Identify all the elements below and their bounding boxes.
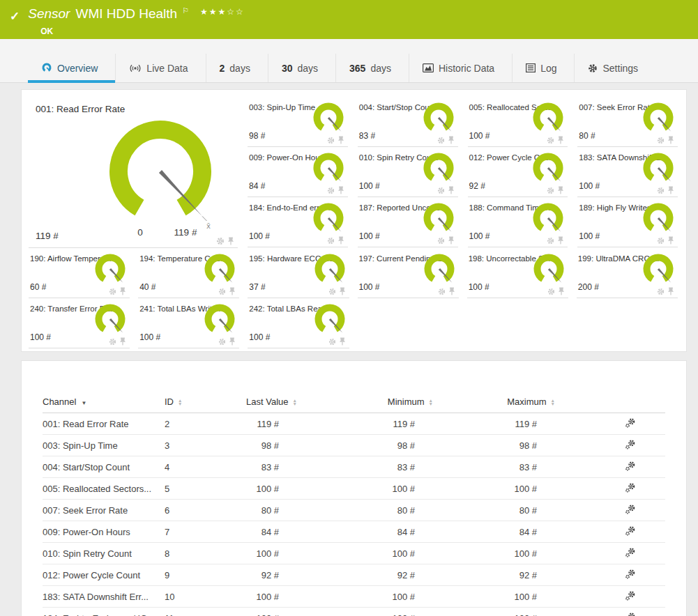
gear-icon[interactable] [328, 288, 336, 295]
pin-icon[interactable] [119, 337, 126, 346]
edit-channel-icon[interactable] [625, 590, 636, 601]
gear-icon[interactable] [218, 288, 226, 295]
edit-channel-icon[interactable] [625, 439, 636, 450]
pin-icon[interactable] [337, 236, 344, 245]
pin-icon[interactable] [448, 287, 455, 295]
pin-icon[interactable] [667, 186, 674, 194]
gear-icon[interactable] [109, 288, 116, 295]
pin-icon[interactable] [339, 287, 346, 295]
gear-icon[interactable] [657, 288, 665, 295]
tab-live-data[interactable]: Live Data [116, 54, 206, 82]
gauge-actions [657, 287, 674, 295]
column-header-maximum[interactable]: Maximum▲▼ [433, 396, 555, 407]
channel-table-row[interactable]: 184: End-to-End error / IO... 11 100 # 1… [43, 608, 665, 616]
pin-icon[interactable] [557, 136, 564, 144]
channel-table-row[interactable]: 183: SATA Downshift Err... 10 100 # 100 … [43, 586, 665, 608]
pin-icon[interactable] [557, 186, 564, 194]
channel-gauge-cell: 003: Spin-Up Time 98 # [248, 97, 348, 147]
gear-icon[interactable] [547, 137, 554, 144]
channel-gauge-cell: 007: Seek Error Rate 80 # [577, 97, 678, 147]
tab-365-days[interactable]: 365days [336, 54, 409, 82]
channel-table-row[interactable]: 007: Seek Error Rate 6 80 # 80 # 80 # [43, 500, 665, 521]
channel-gauge-cell: 199: UltraDMA CRC Err... 200 # [577, 248, 678, 298]
column-header-last-value[interactable]: Last Value▲▼ [234, 396, 297, 407]
pin-icon[interactable] [229, 337, 236, 346]
column-header-id[interactable]: ID▲▼ [165, 396, 234, 407]
pin-icon[interactable] [558, 287, 565, 295]
cell-channel: 005: Reallocated Sectors... [43, 484, 165, 494]
pin-icon[interactable] [667, 287, 674, 295]
gear-icon[interactable] [657, 187, 665, 194]
sensor-type-label: Sensor [28, 6, 70, 22]
tab-2-days[interactable]: 2days [206, 54, 268, 82]
pin-icon[interactable] [448, 136, 455, 144]
gear-icon[interactable] [437, 237, 445, 245]
pin-icon[interactable] [667, 236, 674, 245]
channel-table-row[interactable]: 009: Power-On Hours 7 84 # 84 # 84 # [43, 521, 665, 543]
cell-id: 8 [165, 548, 234, 559]
gear-icon[interactable] [657, 137, 665, 144]
tab-settings[interactable]: Settings [575, 54, 655, 82]
pin-icon[interactable] [229, 287, 236, 295]
cell-minimum: 83 # [297, 462, 433, 472]
pin-icon[interactable] [337, 136, 344, 144]
gear-icon[interactable] [437, 187, 445, 194]
tab-log[interactable]: Log [513, 54, 575, 82]
channel-table-row[interactable]: 010: Spin Retry Count 8 100 # 100 # 100 … [43, 543, 665, 564]
flag-icon[interactable]: ⚐ [182, 3, 189, 18]
gauge-actions [547, 236, 564, 245]
column-header-channel[interactable]: Channel▼ [43, 396, 165, 407]
gear-icon[interactable] [327, 187, 335, 194]
sort-icon[interactable]: ▲▼ [551, 399, 555, 406]
gear-icon[interactable] [328, 338, 336, 346]
gauge-last-value: 100 # [579, 181, 600, 191]
edit-channel-icon[interactable] [625, 461, 636, 472]
tab-label: Historic Data [439, 63, 494, 74]
gear-icon[interactable] [109, 338, 116, 346]
gear-icon[interactable] [327, 137, 335, 144]
edit-channel-icon[interactable] [625, 547, 636, 558]
channel-table-row[interactable]: 004: Start/Stop Count 4 83 # 83 # 83 # [43, 456, 665, 478]
pin-icon[interactable] [337, 186, 344, 194]
channel-table-row[interactable]: 001: Read Error Rate 2 119 # 119 # 119 # [43, 413, 665, 435]
tab-overview[interactable]: Overview [28, 54, 116, 82]
channel-table-row[interactable]: 005: Reallocated Sectors... 5 100 # 100 … [43, 478, 665, 500]
sort-desc-icon[interactable]: ▼ [81, 400, 86, 406]
cell-last-value: 92 # [234, 570, 297, 580]
edit-channel-icon[interactable] [625, 569, 636, 580]
channel-table-row[interactable]: 003: Spin-Up Time 3 98 # 98 # 98 # [43, 435, 665, 456]
gear-icon[interactable] [437, 137, 445, 144]
gear-icon[interactable] [547, 237, 554, 245]
edit-channel-icon[interactable] [625, 482, 636, 493]
gear-icon[interactable] [547, 187, 554, 194]
pin-icon[interactable] [448, 186, 455, 194]
edit-channel-icon[interactable] [625, 525, 636, 537]
edit-channel-icon[interactable] [625, 612, 636, 616]
pin-icon[interactable] [557, 236, 564, 245]
gear-icon[interactable] [327, 237, 335, 245]
pin-icon[interactable] [227, 237, 234, 245]
gear-icon[interactable] [547, 288, 555, 295]
cell-id: 6 [165, 505, 234, 516]
channel-table-row[interactable]: 012: Power Cycle Count 9 92 # 92 # 92 # [43, 564, 665, 586]
edit-channel-icon[interactable] [625, 417, 636, 429]
pin-icon[interactable] [667, 136, 674, 144]
gear-icon[interactable] [657, 237, 665, 245]
tab-historic-data[interactable]: Historic Data [409, 54, 513, 82]
channel-gauge-cell: 187: Reported Uncorre... 100 # [358, 197, 458, 247]
pin-icon[interactable] [448, 236, 455, 245]
gauge-dial [309, 302, 349, 337]
gauge-last-value: 100 # [359, 231, 380, 241]
edit-channel-icon[interactable] [625, 504, 636, 515]
gear-icon[interactable] [438, 288, 446, 295]
channel-gauge-cell: 242: Total LBAs Read 100 # [248, 298, 349, 348]
gear-icon[interactable] [218, 338, 226, 346]
pin-icon[interactable] [119, 287, 126, 295]
priority-stars[interactable]: ★★★☆☆ [200, 4, 245, 20]
column-header-minimum[interactable]: Minimum▲▼ [297, 396, 433, 407]
gauge-dial [89, 302, 130, 337]
sort-icon[interactable]: ▲▼ [178, 399, 182, 406]
gear-icon[interactable] [216, 237, 225, 245]
tab-30-days[interactable]: 30days [268, 54, 336, 82]
pin-icon[interactable] [339, 337, 346, 346]
